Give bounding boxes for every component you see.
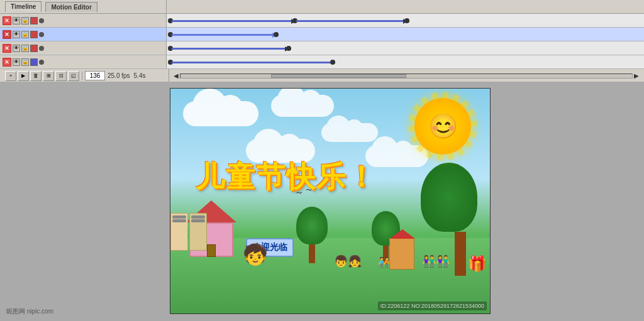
canvas-area: 😊 儿童节快乐！ bbox=[0, 82, 644, 321]
structures-right bbox=[389, 238, 414, 269]
layer-lock-3[interactable]: 🔒 bbox=[21, 45, 29, 52]
scene-background: 😊 儿童节快乐！ bbox=[170, 89, 490, 313]
layer-eye-1[interactable]: 👁 bbox=[13, 17, 20, 24]
flash-canvas[interactable]: 😊 儿童节快乐！ bbox=[170, 88, 491, 314]
bird-1: 〜 bbox=[296, 189, 303, 199]
scene-title: 儿童节快乐！ bbox=[196, 158, 377, 197]
tree-trunk bbox=[455, 232, 466, 276]
layer-row-3: ✕ 👁 🔒 bbox=[0, 41, 644, 55]
layer-color-4 bbox=[30, 58, 38, 66]
delete-layer-btn[interactable]: 🗑 bbox=[30, 71, 42, 81]
scroll-thumb[interactable] bbox=[271, 74, 406, 78]
nipic-watermark: 昵图网 nipic.com bbox=[6, 307, 53, 316]
gift-icon: 🎁 bbox=[468, 255, 487, 273]
layer-controls-1: ✕ 👁 🔒 bbox=[0, 14, 167, 27]
keyframe bbox=[404, 18, 409, 23]
character-boy: 🧒 bbox=[243, 242, 268, 266]
bird-2: 〜 bbox=[306, 186, 312, 195]
layer-timeline-4[interactable] bbox=[167, 55, 644, 68]
frame-btn-3[interactable]: ◱ bbox=[68, 71, 79, 81]
scroll-left-btn[interactable]: ◀ bbox=[174, 72, 179, 79]
timeline-scrollbar[interactable] bbox=[180, 73, 633, 79]
tree-foliage bbox=[421, 163, 477, 232]
layer-error-icon-4: ✕ bbox=[3, 58, 11, 67]
layer-color-3 bbox=[30, 45, 38, 52]
layer-error-icon-1: ✕ bbox=[3, 16, 11, 25]
sun-face: 😊 bbox=[428, 114, 458, 138]
sun: 😊 bbox=[414, 98, 471, 155]
keyframe bbox=[274, 32, 279, 37]
tween-line bbox=[296, 20, 409, 22]
cloud-2 bbox=[271, 95, 334, 117]
layer-controls-2: ✕ 👁 🔒 bbox=[0, 28, 167, 41]
frame-btn-1[interactable]: ⊞ bbox=[43, 71, 54, 81]
character-group-3: 👫👫 bbox=[422, 254, 450, 268]
character-group-2: 🧑‍🤝‍🧑 bbox=[378, 256, 391, 268]
layer-lock-2[interactable]: 🔒 bbox=[21, 31, 29, 38]
layer-row-1: ✕ 👁 🔒 bbox=[0, 14, 644, 28]
tab-motion-editor[interactable]: Motion Editor bbox=[45, 2, 97, 12]
tree-small-1 bbox=[296, 207, 328, 263]
scroll-right-btn[interactable]: ▶ bbox=[634, 72, 639, 79]
buildings-left bbox=[170, 213, 207, 251]
toolbar-row: + ▶ 🗑 ⊞ ⊡ ◱ 25.0 fps 5.4s ◀ ▶ bbox=[0, 69, 644, 83]
watermark: ID:2206122 NO:20180529172621534000 bbox=[378, 302, 487, 310]
layer-eye-2[interactable]: 👁 bbox=[13, 31, 20, 38]
cloud-3 bbox=[321, 123, 378, 142]
time-display: 5.4s bbox=[133, 72, 147, 79]
timeline-tabs-left: Timeline Motion Editor bbox=[0, 0, 167, 13]
layer-controls-3: ✕ 👁 🔒 bbox=[0, 41, 167, 55]
frame-btn-2[interactable]: ⊡ bbox=[55, 71, 67, 81]
layer-row-2: ✕ 👁 🔒 bbox=[0, 28, 644, 41]
divider-1 bbox=[82, 72, 82, 80]
layer-timeline-2[interactable] bbox=[167, 28, 644, 41]
left-panel bbox=[0, 163, 170, 321]
tab-timeline[interactable]: Timeline bbox=[5, 1, 42, 12]
layer-error-icon-2: ✕ bbox=[3, 30, 11, 39]
toolbar-left: + ▶ 🗑 ⊞ ⊡ ◱ 25.0 fps 5.4s bbox=[3, 69, 169, 82]
layer-error-icon-3: ✕ bbox=[3, 44, 11, 53]
add-layer-btn[interactable]: + bbox=[5, 71, 16, 81]
character-group-1: 👦👧 bbox=[334, 254, 362, 268]
layer-timeline-3[interactable] bbox=[167, 41, 644, 55]
timeline-area: Timeline Motion Editor ✕ 👁 🔒 bbox=[0, 0, 644, 82]
add-motion-btn[interactable]: ▶ bbox=[18, 71, 29, 81]
layer-dot-4 bbox=[39, 60, 44, 65]
frame-numbers-area bbox=[167, 0, 644, 13]
timeline-scrollbar-area: ◀ ▶ bbox=[171, 72, 641, 79]
tween-line bbox=[172, 20, 297, 22]
layer-color-2 bbox=[30, 31, 38, 38]
tween-line bbox=[172, 48, 291, 50]
layer-dot-1 bbox=[39, 18, 44, 23]
tween-line bbox=[172, 34, 279, 36]
layer-eye-4[interactable]: 👁 bbox=[13, 58, 20, 66]
layer-dot-3 bbox=[39, 46, 44, 51]
timeline-header: Timeline Motion Editor bbox=[0, 0, 644, 14]
layer-timeline-1[interactable] bbox=[167, 14, 644, 27]
cloud-1 bbox=[183, 101, 258, 126]
frame-number-input[interactable] bbox=[85, 71, 105, 80]
keyframe bbox=[330, 60, 335, 65]
keyframe bbox=[286, 46, 291, 51]
layer-lock-1[interactable]: 🔒 bbox=[21, 17, 29, 24]
layer-eye-3[interactable]: 👁 bbox=[13, 45, 20, 52]
layer-dot-2 bbox=[39, 32, 44, 37]
layer-row-4: ✕ 👁 🔒 bbox=[0, 55, 644, 69]
tween-line bbox=[172, 62, 335, 63]
layer-lock-4[interactable]: 🔒 bbox=[21, 58, 29, 66]
fps-display: 25.0 fps bbox=[106, 72, 131, 79]
layer-controls-4: ✕ 👁 🔒 bbox=[0, 55, 167, 68]
layer-color-1 bbox=[30, 17, 38, 24]
